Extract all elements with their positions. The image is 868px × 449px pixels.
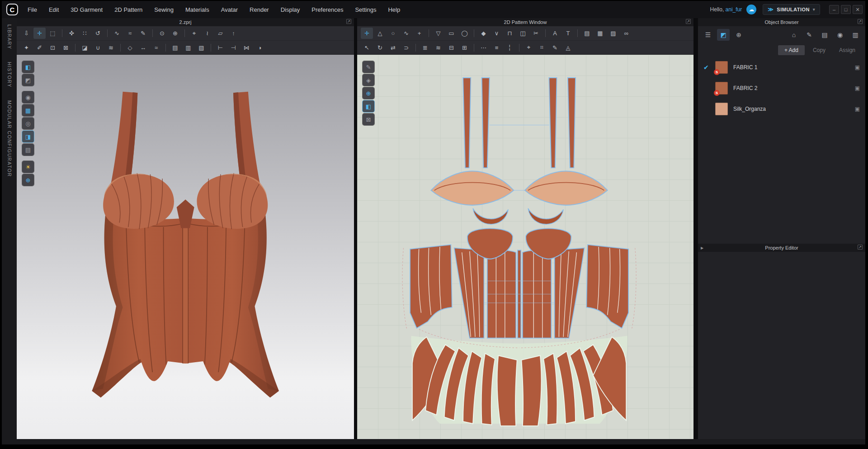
show-pressure-icon[interactable]: ▤ (169, 42, 181, 53)
show-seams-icon[interactable]: ▤ (22, 144, 34, 156)
seam-allowance-icon[interactable]: ⊓ (504, 28, 516, 39)
assign-button[interactable]: Assign (834, 45, 861, 55)
show-grid-icon[interactable]: ⊕ (363, 87, 374, 99)
internal-line-icon[interactable]: ⋯ (477, 42, 490, 53)
flip-2d-icon[interactable]: ⇄ (387, 42, 399, 53)
show-environment-icon[interactable]: ⊕ (22, 174, 34, 186)
button-tab[interactable]: ◉ (834, 29, 846, 41)
popout-window-icon[interactable]: ↗ (858, 245, 863, 250)
measure-avatar-icon[interactable]: ⌖ (188, 28, 200, 39)
menu-item-edit[interactable]: Edit (43, 1, 65, 18)
minimize-button[interactable]: – (829, 5, 839, 14)
fabric-row[interactable]: ✔ S FABRIC 1 ▣ (698, 57, 865, 78)
show-light-icon[interactable]: ☀ (22, 161, 34, 173)
add-button[interactable]: + Add (778, 45, 805, 55)
show-fabric-icon[interactable]: ▦ (22, 104, 34, 116)
edit-point-icon[interactable]: ○ (387, 28, 399, 39)
fabric-properties-icon[interactable]: ▣ (855, 106, 860, 112)
username-link[interactable]: ani_fur (726, 6, 742, 13)
panel-divider-right[interactable] (693, 18, 698, 439)
trace-icon[interactable]: ◫ (517, 28, 529, 39)
rectangle-icon[interactable]: ▭ (445, 28, 458, 39)
fold-arrangement-icon[interactable]: ◇ (124, 42, 136, 53)
avatar-tape-icon[interactable]: ⊢ (214, 42, 226, 53)
simulate-icon[interactable]: ⇩ (20, 28, 33, 39)
expand-icon[interactable]: ⊞ (458, 42, 471, 53)
garment-tab[interactable]: ◩ (717, 29, 730, 41)
2d-pattern-canvas[interactable]: ✎ ◈ ⊕ ◧ ⊠ (357, 55, 693, 439)
measure-2d-icon[interactable]: ⌖ (523, 42, 535, 53)
history-tab[interactable]: HISTORY (7, 62, 12, 88)
menu-item-file[interactable]: File (22, 1, 43, 18)
lock-patterns-icon[interactable]: ⊠ (363, 113, 374, 125)
menu-item-display[interactable]: Display (275, 1, 306, 18)
reset-arrangement-icon[interactable]: ↺ (92, 28, 104, 39)
show-avatar-icon[interactable]: ◉ (22, 91, 34, 103)
wind-controller-icon[interactable]: ≈ (150, 42, 162, 53)
fabric-tab[interactable]: ▤ (818, 29, 831, 41)
hanger-tab[interactable]: ⌂ (788, 29, 800, 41)
edit-texture-icon[interactable]: ✎ (363, 61, 374, 73)
copy-button[interactable]: Copy (807, 45, 831, 55)
modular-configurator-tab[interactable]: MODULAR CONFIGURATOR (7, 100, 12, 177)
edit-pattern-icon[interactable]: △ (374, 28, 386, 39)
menu-item-avatar[interactable]: Avatar (215, 1, 244, 18)
brush-icon[interactable]: ✐ (33, 42, 46, 53)
show-strain-icon[interactable]: ▥ (182, 42, 194, 53)
attach-tape-icon[interactable]: ⊣ (227, 42, 240, 53)
baseline-icon[interactable]: ≡ (491, 42, 503, 53)
polygon-icon[interactable]: ▽ (432, 28, 444, 39)
library-tab[interactable]: LIBRARY (7, 24, 12, 49)
add-point-icon[interactable]: + (413, 28, 425, 39)
fabric-row[interactable]: ✔ S FABRIC 2 ▣ (698, 78, 865, 99)
tape-measure-icon[interactable]: ≀ (201, 28, 213, 39)
tack-on-avatar-icon[interactable]: ⊕ (169, 28, 181, 39)
fabric-properties-icon[interactable]: ▣ (855, 64, 860, 71)
menu-item-settings[interactable]: Settings (349, 1, 382, 18)
fitting-map-icon[interactable]: ◑ (254, 42, 266, 53)
fabric-row[interactable]: ✔ S Silk_Organza ▣ (698, 99, 865, 119)
edit-curvature-icon[interactable]: ∿ (400, 28, 412, 39)
expand-arrow-icon[interactable]: ▶ (701, 246, 703, 250)
transform-pattern-icon[interactable]: ✛ (361, 28, 373, 39)
ruler-icon[interactable]: ⌗ (536, 42, 548, 53)
show-arrangement-icon[interactable]: ◎ (22, 118, 34, 129)
menu-item-render[interactable]: Render (244, 1, 275, 18)
print-layout-icon[interactable]: ▦ (594, 28, 606, 39)
popout-window-icon[interactable]: ↗ (858, 19, 863, 24)
notch-icon[interactable]: ∨ (491, 28, 503, 39)
stitch-tab[interactable]: ✎ (803, 29, 816, 41)
arrangement-points-icon[interactable]: ∷ (79, 28, 91, 39)
sculpt-icon[interactable]: ◪ (79, 42, 91, 53)
measure-tab[interactable]: ▥ (849, 29, 862, 41)
render-view-icon[interactable]: ◧ (22, 61, 34, 73)
fabric-properties-icon[interactable]: ▣ (855, 85, 860, 91)
segment-sewing-icon[interactable]: ≈ (124, 28, 136, 39)
move-2d-icon[interactable]: ↖ (361, 42, 373, 53)
remove-pins-icon[interactable]: ⊠ (60, 42, 72, 53)
panel-divider[interactable] (354, 18, 357, 439)
basting-icon[interactable]: ⋈ (241, 42, 253, 53)
menu-item-sewing[interactable]: Sewing (148, 1, 179, 18)
rotate-2d-icon[interactable]: ↻ (374, 42, 386, 53)
show-pattern-names-icon[interactable]: ◈ (363, 74, 374, 86)
move-gizmo-icon[interactable]: ✜ (66, 28, 78, 39)
texture-editor-icon[interactable]: ▨ (607, 28, 619, 39)
avatar-tab[interactable]: ⊕ (732, 29, 745, 41)
drag-icon[interactable]: ↔ (137, 42, 149, 53)
popout-window-icon[interactable]: ↗ (686, 19, 691, 24)
cloud-sync-icon[interactable]: ☁ (746, 5, 756, 14)
show-garment-icon[interactable]: ◩ (22, 74, 34, 86)
show-pattern-icon[interactable]: ◨ (22, 131, 34, 142)
show-fabric-2d-icon[interactable]: ◧ (363, 100, 374, 112)
scene-list-tab[interactable]: ☰ (702, 29, 714, 41)
simulation-mode-button[interactable]: ≫ SIMULATION ▾ (763, 4, 820, 15)
pattern-label-icon[interactable]: T (562, 28, 574, 39)
flatten-icon[interactable]: ▱ (214, 28, 226, 39)
edit-sewing-icon[interactable]: ✎ (137, 28, 149, 39)
select-mesh-icon[interactable]: ✦ (20, 42, 33, 53)
menu-item-help[interactable]: Help (382, 1, 406, 18)
grade-edit-icon[interactable]: ◬ (562, 42, 574, 53)
shrink-icon[interactable]: ⊟ (445, 42, 458, 53)
cut-sew-icon[interactable]: ✂ (530, 28, 542, 39)
